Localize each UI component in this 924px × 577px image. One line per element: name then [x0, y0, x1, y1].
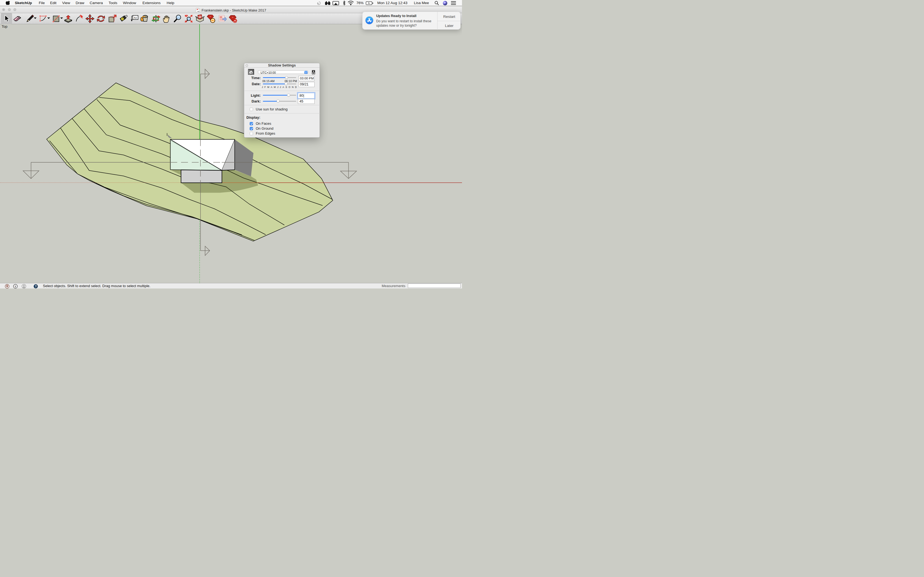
svg-text:?: ?: [35, 285, 37, 288]
svg-text:i: i: [15, 285, 16, 288]
svg-text:A1: A1: [134, 16, 137, 19]
svg-text:.skp: .skp: [197, 11, 199, 12]
